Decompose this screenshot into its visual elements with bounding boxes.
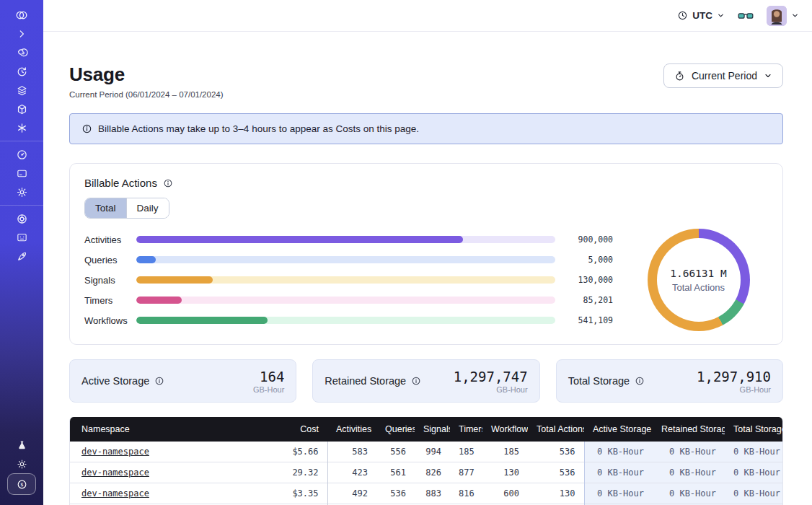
topbar: UTC (43, 0, 812, 32)
timezone-label: UTC (692, 10, 712, 21)
period-dropdown-button[interactable]: Current Period (663, 63, 783, 88)
retained-storage-cell: 0 KB-Hour (653, 462, 725, 483)
signals-cell: 826 (415, 462, 450, 483)
queries-cell: 561 (376, 462, 415, 483)
retained-storage-card: Retained Storage 1,297,747 GB-Hour (312, 359, 539, 403)
gauge-icon[interactable] (0, 145, 43, 164)
total-storage-cell: 0 KB-Hour (725, 483, 783, 504)
history-clock-icon[interactable] (0, 62, 43, 81)
sidebar-divider (0, 141, 43, 141)
bar-label: Queries (84, 255, 136, 265)
bar-label: Timers (84, 295, 136, 306)
bar-value: 85,201 (565, 295, 613, 305)
storage-card-value: 1,297,747 (454, 369, 528, 385)
total-actions-cell: 536 (528, 442, 584, 462)
bar-value: 130,000 (565, 275, 613, 285)
namespace-link[interactable]: dev-namespace (81, 467, 149, 478)
storage-card-value: 1,297,910 (697, 369, 771, 385)
active-storage-cell: 0 KB-Hour (584, 442, 653, 462)
signals-cell: 994 (415, 442, 450, 462)
chevron-down-icon (717, 12, 725, 19)
col-activities[interactable]: Activities (327, 417, 376, 442)
window-card-icon[interactable] (0, 164, 43, 183)
tab-daily[interactable]: Daily (126, 198, 169, 218)
total-storage-cell: 0 KB-Hour (725, 442, 783, 462)
cost-cell: $3.35 (250, 483, 327, 504)
total-actions-cell: 536 (528, 462, 584, 483)
cost-cell: $5.66 (250, 442, 327, 462)
donut-sub-label: Total Actions (672, 282, 725, 293)
bar-track (136, 236, 555, 243)
cube-icon[interactable] (0, 100, 43, 118)
col-signals[interactable]: Signals (415, 417, 450, 442)
storage-card-label: Total Storage (568, 375, 630, 387)
spiral-icon[interactable] (0, 43, 43, 62)
info-icon[interactable] (635, 376, 645, 386)
activities-cell: 492 (327, 483, 376, 504)
timers-cell: 877 (450, 462, 482, 483)
sun-icon[interactable] (0, 454, 43, 473)
col-retained-storage[interactable]: Retained Storage (653, 417, 725, 442)
info-icon[interactable] (411, 376, 421, 386)
asterisk-icon[interactable] (0, 118, 43, 137)
usage-page: Usage Current Period (06/01/2024 – 07/01… (43, 32, 812, 505)
info-icon (81, 123, 92, 134)
info-icon[interactable] (163, 178, 173, 188)
active-storage-cell: 0 KB-Hour (584, 462, 653, 483)
col-cost[interactable]: Cost (250, 417, 327, 442)
bar-row-activities: Activities 900,000 (84, 234, 613, 245)
col-total-storage[interactable]: Total Storage (725, 417, 783, 442)
namespace-usage-table: Namespace Cost Activities Queries Signal… (69, 417, 783, 505)
col-total-actions[interactable]: Total Actions (528, 417, 584, 442)
namespace-link[interactable]: dev-namespace (81, 488, 149, 499)
col-namespace[interactable]: Namespace (70, 417, 250, 442)
workflows-cell: 185 (482, 442, 528, 462)
flask-icon[interactable] (0, 436, 43, 454)
glasses-icon[interactable] (738, 10, 754, 22)
bar-fill (136, 297, 182, 304)
col-workflows[interactable]: Workflows (482, 417, 528, 442)
bar-row-timers: Timers 85,201 (84, 295, 613, 305)
clock-icon (677, 10, 688, 21)
col-queries[interactable]: Queries (376, 417, 415, 442)
activities-cell: 423 (327, 462, 376, 483)
storage-card-label: Retained Storage (325, 375, 406, 387)
total-storage-card: Total Storage 1,297,910 GB-Hour (556, 359, 783, 403)
bar-track (136, 276, 555, 284)
sidebar-divider (0, 205, 43, 206)
timezone-selector[interactable]: UTC (677, 10, 725, 21)
tab-total[interactable]: Total (85, 198, 126, 218)
storage-summary-row: Active Storage 164 GB-Hour Retained Stor… (69, 359, 783, 403)
lifebuoy-icon[interactable] (0, 209, 43, 228)
support-screen-icon[interactable] (0, 228, 43, 247)
bar-fill (136, 256, 156, 263)
info-icon[interactable] (154, 376, 164, 386)
storage-card-value: 164 (253, 369, 284, 385)
layers-icon[interactable] (0, 81, 43, 100)
avatar (767, 6, 787, 26)
total-actions-donut-chart: 1.66131 M Total Actions (648, 229, 750, 331)
signals-cell: 883 (415, 483, 450, 504)
rocket-icon[interactable] (0, 247, 43, 265)
storage-card-unit: GB-Hour (454, 385, 528, 394)
temporal-logo-icon[interactable] (0, 6, 43, 25)
account-menu[interactable] (767, 6, 799, 26)
usage-billing-button-active[interactable]: $ (7, 473, 36, 495)
retained-storage-cell: 0 KB-Hour (653, 442, 725, 462)
bar-value: 5,000 (565, 255, 613, 265)
bar-value: 900,000 (565, 234, 613, 245)
svg-text:$: $ (20, 482, 23, 488)
col-active-storage[interactable]: Active Storage (584, 417, 653, 442)
workflows-cell: 600 (482, 483, 528, 504)
workflows-cell: 130 (482, 462, 528, 483)
table-row: dev-namespace $3.35 492 536 883 816 600 … (70, 483, 783, 504)
table-row: dev-namespace 29.32 423 561 826 877 130 … (70, 462, 783, 483)
table-header-row: Namespace Cost Activities Queries Signal… (70, 417, 783, 442)
col-timers[interactable]: Timers (450, 417, 482, 442)
total-actions-cell: 130 (528, 483, 584, 504)
sidebar-collapse-button[interactable] (0, 25, 43, 43)
namespace-link[interactable]: dev-namespace (81, 447, 149, 457)
activities-cell: 583 (327, 442, 376, 462)
stopwatch-icon (674, 71, 685, 82)
gear-icon[interactable] (0, 183, 43, 201)
